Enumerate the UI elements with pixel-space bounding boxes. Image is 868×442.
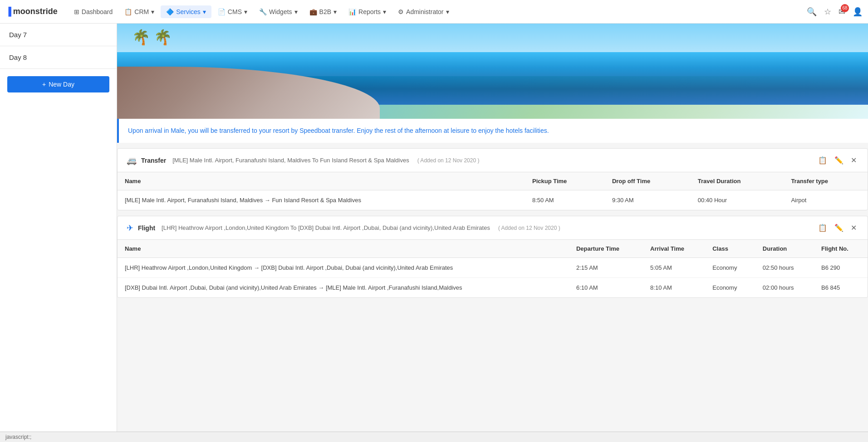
transfer-row-name: [MLE] Male Intl. Airport, Furanafushi Is…: [118, 190, 525, 210]
notifications[interactable]: ✉ 68: [839, 7, 845, 17]
nav-item-administrator[interactable]: ⚙ Administrator ▾: [392, 5, 454, 18]
cms-chevron-icon: ▾: [244, 8, 247, 15]
crm-chevron-icon: ▾: [151, 8, 154, 15]
transfer-col-name: Name: [118, 172, 525, 190]
services-chevron-icon: ▾: [203, 8, 206, 15]
table-row: [LHR] Heathrow Airport ,London,United Ki…: [118, 258, 868, 278]
hero-image-inner: 🌴 🌴: [117, 24, 868, 119]
transfer-actions: 📋 ✏️ ✕: [816, 155, 858, 165]
sidebar-item-day7[interactable]: Day 7: [0, 24, 117, 46]
transfer-table: Name Pickup Time Drop off Time Travel Du…: [118, 172, 868, 210]
nav-item-services[interactable]: 🔷 Services ▾: [161, 5, 211, 18]
transfer-header: 🚐 Transfer [MLE] Male Intl. Airport, Fur…: [118, 149, 868, 172]
logo-icon: ▐: [5, 7, 11, 16]
flight-table-header-row: Name Departure Time Arrival Time Class D…: [118, 240, 868, 258]
reports-chevron-icon: ▾: [383, 8, 386, 15]
transfer-subtitle: [MLE] Male Intl. Airport, Furanafushi Is…: [172, 157, 409, 164]
nav-label-administrator: Administrator: [406, 8, 443, 15]
table-row: [MLE] Male Intl. Airport, Furanafushi Is…: [118, 190, 868, 210]
sidebar: Day 7 Day 8 + New Day: [0, 24, 117, 442]
nav-label-reports: Reports: [358, 8, 381, 15]
new-day-label: New Day: [49, 81, 74, 88]
notification-badge-count: 68: [841, 4, 849, 12]
services-icon: 🔷: [166, 8, 174, 15]
cms-icon: 📄: [218, 8, 226, 15]
nav-item-cms[interactable]: 📄 CMS ▾: [212, 5, 253, 18]
transfer-row-pickup: 8:50 AM: [525, 190, 605, 210]
flight-actions: 📋 ✏️ ✕: [816, 223, 858, 233]
flight-row-duration: 02:00 hours: [755, 278, 814, 298]
transfer-table-header-row: Name Pickup Time Drop off Time Travel Du…: [118, 172, 868, 190]
flight-col-flightno: Flight No.: [814, 240, 868, 258]
flight-row-departure: 6:10 AM: [569, 278, 643, 298]
flight-row-duration: 02:50 hours: [755, 258, 814, 278]
flight-title: Flight: [138, 224, 155, 232]
flight-col-class: Class: [705, 240, 755, 258]
flight-icon: ✈: [127, 223, 133, 233]
transfer-section: 🚐 Transfer [MLE] Male Intl. Airport, Fur…: [117, 148, 868, 210]
flight-col-departure: Departure Time: [569, 240, 643, 258]
day8-label: Day 8: [9, 53, 27, 61]
b2b-chevron-icon: ▾: [333, 8, 337, 15]
widgets-icon: 🔧: [259, 8, 267, 15]
transfer-copy-button[interactable]: 📋: [816, 155, 829, 165]
nav-label-cms: CMS: [228, 8, 242, 15]
flight-row-name: [LHR] Heathrow Airport ,London,United Ki…: [118, 258, 569, 278]
transfer-col-duration: Travel Duration: [691, 172, 784, 190]
new-day-button[interactable]: + New Day: [7, 76, 109, 92]
flight-table: Name Departure Time Arrival Time Class D…: [118, 240, 868, 297]
status-bar: javascript:;: [0, 432, 868, 442]
logo[interactable]: ▐ moonstride: [5, 7, 58, 16]
flight-subtitle: [LHR] Heathrow Airport ,London,United Ki…: [162, 224, 490, 231]
flight-row-departure: 2:15 AM: [569, 258, 643, 278]
user-avatar-icon[interactable]: 👤: [853, 7, 863, 17]
nav-label-services: Services: [176, 8, 201, 15]
reports-icon: 📊: [348, 8, 356, 15]
table-row: [DXB] Dubai Intl. Airport ,Dubai, Dubai …: [118, 278, 868, 298]
b2b-icon: 💼: [309, 8, 317, 15]
flight-col-name: Name: [118, 240, 569, 258]
transfer-title: Transfer: [141, 157, 166, 164]
nav-item-b2b[interactable]: 💼 B2B ▾: [304, 5, 342, 18]
sidebar-item-day8[interactable]: Day 8: [0, 46, 117, 69]
nav-right-actions: 🔍 ☆ ✉ 68 👤: [807, 7, 863, 17]
flight-row-name: [DXB] Dubai Intl. Airport ,Dubai, Dubai …: [118, 278, 569, 298]
new-day-plus-icon: +: [42, 81, 46, 88]
transfer-col-dropoff: Drop off Time: [605, 172, 691, 190]
flight-row-arrival: 8:10 AM: [643, 278, 705, 298]
administrator-icon: ⚙: [398, 8, 404, 15]
transfer-delete-button[interactable]: ✕: [849, 155, 858, 165]
widgets-chevron-icon: ▾: [294, 8, 298, 15]
nav-item-crm[interactable]: 📋 CRM ▾: [119, 5, 160, 18]
beach-trees: 🌴 🌴: [132, 29, 172, 46]
transfer-col-type: Transfer type: [784, 172, 868, 190]
hero-image: 🌴 🌴: [117, 24, 868, 119]
top-navigation: ▐ moonstride ⊞ Dashboard 📋 CRM ▾ 🔷 Servi…: [0, 0, 868, 24]
flight-row-class: Economy: [705, 258, 755, 278]
description-box: Upon arrival in Male, you will be transf…: [117, 119, 868, 143]
nav-item-widgets[interactable]: 🔧 Widgets ▾: [254, 5, 303, 18]
transfer-edit-button[interactable]: ✏️: [833, 155, 845, 165]
flight-edit-button[interactable]: ✏️: [833, 223, 845, 233]
nav-items: ⊞ Dashboard 📋 CRM ▾ 🔷 Services ▾ 📄 CMS ▾…: [69, 5, 807, 18]
flight-header: ✈ Flight [LHR] Heathrow Airport ,London,…: [118, 216, 868, 240]
flight-section: ✈ Flight [LHR] Heathrow Airport ,London,…: [117, 216, 868, 298]
star-icon[interactable]: ☆: [824, 7, 831, 17]
main-layout: Day 7 Day 8 + New Day 🌴 🌴 Upon ar: [0, 24, 868, 442]
nav-item-dashboard[interactable]: ⊞ Dashboard: [69, 5, 118, 18]
flight-row-flightno: B6 845: [814, 278, 868, 298]
nav-label-dashboard: Dashboard: [82, 8, 113, 15]
transfer-row-dropoff: 9:30 AM: [605, 190, 691, 210]
flight-row-class: Economy: [705, 278, 755, 298]
flight-added: ( Added on 12 Nov 2020 ): [498, 225, 560, 231]
flight-delete-button[interactable]: ✕: [849, 223, 858, 233]
nav-item-reports[interactable]: 📊 Reports ▾: [343, 5, 392, 18]
search-icon[interactable]: 🔍: [807, 7, 817, 17]
logo-text: moonstride: [13, 7, 58, 16]
flight-copy-button[interactable]: 📋: [816, 223, 829, 233]
dashboard-icon: ⊞: [74, 8, 79, 15]
description-text: Upon arrival in Male, you will be transf…: [128, 127, 549, 134]
tree-icon-2: 🌴: [154, 29, 172, 46]
nav-label-widgets: Widgets: [269, 8, 292, 15]
flight-row-flightno: B6 290: [814, 258, 868, 278]
